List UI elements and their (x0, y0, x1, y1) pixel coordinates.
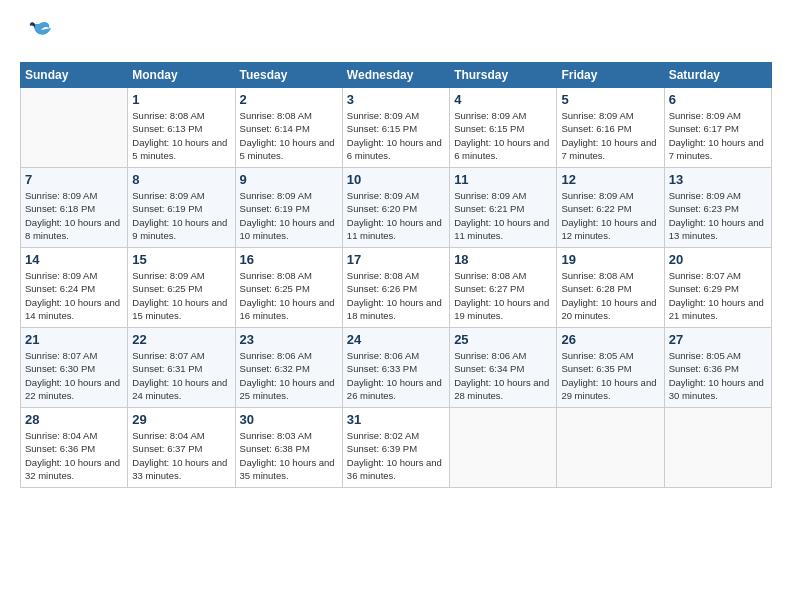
weekday-header-monday: Monday (128, 63, 235, 88)
day-info: Sunrise: 8:09 AMSunset: 6:15 PMDaylight:… (454, 109, 552, 162)
day-info: Sunrise: 8:08 AMSunset: 6:13 PMDaylight:… (132, 109, 230, 162)
day-info: Sunrise: 8:05 AMSunset: 6:36 PMDaylight:… (669, 349, 767, 402)
calendar-table: SundayMondayTuesdayWednesdayThursdayFrid… (20, 62, 772, 488)
calendar-week-4: 28Sunrise: 8:04 AMSunset: 6:36 PMDayligh… (21, 408, 772, 488)
day-number: 16 (240, 252, 338, 267)
day-number: 1 (132, 92, 230, 107)
day-info: Sunrise: 8:09 AMSunset: 6:19 PMDaylight:… (132, 189, 230, 242)
calendar-cell-1-4: 11Sunrise: 8:09 AMSunset: 6:21 PMDayligh… (450, 168, 557, 248)
day-number: 5 (561, 92, 659, 107)
calendar-cell-3-4: 25Sunrise: 8:06 AMSunset: 6:34 PMDayligh… (450, 328, 557, 408)
calendar-cell-4-0: 28Sunrise: 8:04 AMSunset: 6:36 PMDayligh… (21, 408, 128, 488)
day-number: 24 (347, 332, 445, 347)
day-info: Sunrise: 8:08 AMSunset: 6:14 PMDaylight:… (240, 109, 338, 162)
calendar-week-2: 14Sunrise: 8:09 AMSunset: 6:24 PMDayligh… (21, 248, 772, 328)
day-number: 15 (132, 252, 230, 267)
calendar-cell-1-0: 7Sunrise: 8:09 AMSunset: 6:18 PMDaylight… (21, 168, 128, 248)
calendar-cell-1-3: 10Sunrise: 8:09 AMSunset: 6:20 PMDayligh… (342, 168, 449, 248)
calendar-cell-0-5: 5Sunrise: 8:09 AMSunset: 6:16 PMDaylight… (557, 88, 664, 168)
day-info: Sunrise: 8:09 AMSunset: 6:20 PMDaylight:… (347, 189, 445, 242)
calendar-cell-4-6 (664, 408, 771, 488)
day-number: 26 (561, 332, 659, 347)
day-number: 6 (669, 92, 767, 107)
calendar-week-1: 7Sunrise: 8:09 AMSunset: 6:18 PMDaylight… (21, 168, 772, 248)
header (20, 18, 772, 50)
day-number: 27 (669, 332, 767, 347)
calendar-cell-0-6: 6Sunrise: 8:09 AMSunset: 6:17 PMDaylight… (664, 88, 771, 168)
day-number: 17 (347, 252, 445, 267)
calendar-cell-4-4 (450, 408, 557, 488)
calendar-cell-2-4: 18Sunrise: 8:08 AMSunset: 6:27 PMDayligh… (450, 248, 557, 328)
calendar-cell-3-0: 21Sunrise: 8:07 AMSunset: 6:30 PMDayligh… (21, 328, 128, 408)
day-number: 21 (25, 332, 123, 347)
calendar-cell-1-6: 13Sunrise: 8:09 AMSunset: 6:23 PMDayligh… (664, 168, 771, 248)
calendar-cell-4-1: 29Sunrise: 8:04 AMSunset: 6:37 PMDayligh… (128, 408, 235, 488)
calendar-cell-2-2: 16Sunrise: 8:08 AMSunset: 6:25 PMDayligh… (235, 248, 342, 328)
day-number: 25 (454, 332, 552, 347)
day-info: Sunrise: 8:07 AMSunset: 6:29 PMDaylight:… (669, 269, 767, 322)
calendar-cell-1-2: 9Sunrise: 8:09 AMSunset: 6:19 PMDaylight… (235, 168, 342, 248)
day-number: 12 (561, 172, 659, 187)
day-info: Sunrise: 8:06 AMSunset: 6:34 PMDaylight:… (454, 349, 552, 402)
day-info: Sunrise: 8:09 AMSunset: 6:24 PMDaylight:… (25, 269, 123, 322)
day-number: 29 (132, 412, 230, 427)
day-info: Sunrise: 8:09 AMSunset: 6:21 PMDaylight:… (454, 189, 552, 242)
weekday-header-wednesday: Wednesday (342, 63, 449, 88)
day-info: Sunrise: 8:09 AMSunset: 6:25 PMDaylight:… (132, 269, 230, 322)
calendar-cell-3-3: 24Sunrise: 8:06 AMSunset: 6:33 PMDayligh… (342, 328, 449, 408)
calendar-cell-3-2: 23Sunrise: 8:06 AMSunset: 6:32 PMDayligh… (235, 328, 342, 408)
day-number: 8 (132, 172, 230, 187)
day-info: Sunrise: 8:07 AMSunset: 6:31 PMDaylight:… (132, 349, 230, 402)
weekday-header-row: SundayMondayTuesdayWednesdayThursdayFrid… (21, 63, 772, 88)
day-info: Sunrise: 8:08 AMSunset: 6:26 PMDaylight:… (347, 269, 445, 322)
day-info: Sunrise: 8:08 AMSunset: 6:27 PMDaylight:… (454, 269, 552, 322)
day-info: Sunrise: 8:06 AMSunset: 6:32 PMDaylight:… (240, 349, 338, 402)
logo (20, 18, 53, 50)
day-info: Sunrise: 8:09 AMSunset: 6:16 PMDaylight:… (561, 109, 659, 162)
day-number: 3 (347, 92, 445, 107)
weekday-header-thursday: Thursday (450, 63, 557, 88)
day-number: 20 (669, 252, 767, 267)
logo-bird-icon (25, 18, 53, 50)
day-number: 28 (25, 412, 123, 427)
calendar-cell-2-1: 15Sunrise: 8:09 AMSunset: 6:25 PMDayligh… (128, 248, 235, 328)
calendar-page: SundayMondayTuesdayWednesdayThursdayFrid… (0, 0, 792, 498)
day-number: 31 (347, 412, 445, 427)
calendar-cell-3-6: 27Sunrise: 8:05 AMSunset: 6:36 PMDayligh… (664, 328, 771, 408)
calendar-cell-4-2: 30Sunrise: 8:03 AMSunset: 6:38 PMDayligh… (235, 408, 342, 488)
calendar-cell-0-1: 1Sunrise: 8:08 AMSunset: 6:13 PMDaylight… (128, 88, 235, 168)
weekday-header-friday: Friday (557, 63, 664, 88)
weekday-header-tuesday: Tuesday (235, 63, 342, 88)
day-info: Sunrise: 8:09 AMSunset: 6:22 PMDaylight:… (561, 189, 659, 242)
calendar-cell-1-1: 8Sunrise: 8:09 AMSunset: 6:19 PMDaylight… (128, 168, 235, 248)
day-number: 18 (454, 252, 552, 267)
day-number: 23 (240, 332, 338, 347)
weekday-header-sunday: Sunday (21, 63, 128, 88)
calendar-cell-0-0 (21, 88, 128, 168)
day-info: Sunrise: 8:07 AMSunset: 6:30 PMDaylight:… (25, 349, 123, 402)
day-number: 10 (347, 172, 445, 187)
calendar-cell-0-4: 4Sunrise: 8:09 AMSunset: 6:15 PMDaylight… (450, 88, 557, 168)
day-number: 4 (454, 92, 552, 107)
calendar-cell-2-0: 14Sunrise: 8:09 AMSunset: 6:24 PMDayligh… (21, 248, 128, 328)
day-number: 9 (240, 172, 338, 187)
calendar-cell-4-5 (557, 408, 664, 488)
day-info: Sunrise: 8:05 AMSunset: 6:35 PMDaylight:… (561, 349, 659, 402)
calendar-cell-3-1: 22Sunrise: 8:07 AMSunset: 6:31 PMDayligh… (128, 328, 235, 408)
day-number: 2 (240, 92, 338, 107)
day-number: 30 (240, 412, 338, 427)
day-info: Sunrise: 8:02 AMSunset: 6:39 PMDaylight:… (347, 429, 445, 482)
calendar-cell-4-3: 31Sunrise: 8:02 AMSunset: 6:39 PMDayligh… (342, 408, 449, 488)
day-info: Sunrise: 8:09 AMSunset: 6:17 PMDaylight:… (669, 109, 767, 162)
day-info: Sunrise: 8:04 AMSunset: 6:36 PMDaylight:… (25, 429, 123, 482)
day-number: 7 (25, 172, 123, 187)
day-info: Sunrise: 8:06 AMSunset: 6:33 PMDaylight:… (347, 349, 445, 402)
day-info: Sunrise: 8:03 AMSunset: 6:38 PMDaylight:… (240, 429, 338, 482)
calendar-cell-2-6: 20Sunrise: 8:07 AMSunset: 6:29 PMDayligh… (664, 248, 771, 328)
day-number: 11 (454, 172, 552, 187)
calendar-cell-3-5: 26Sunrise: 8:05 AMSunset: 6:35 PMDayligh… (557, 328, 664, 408)
weekday-header-saturday: Saturday (664, 63, 771, 88)
calendar-cell-2-3: 17Sunrise: 8:08 AMSunset: 6:26 PMDayligh… (342, 248, 449, 328)
calendar-week-0: 1Sunrise: 8:08 AMSunset: 6:13 PMDaylight… (21, 88, 772, 168)
day-info: Sunrise: 8:09 AMSunset: 6:18 PMDaylight:… (25, 189, 123, 242)
